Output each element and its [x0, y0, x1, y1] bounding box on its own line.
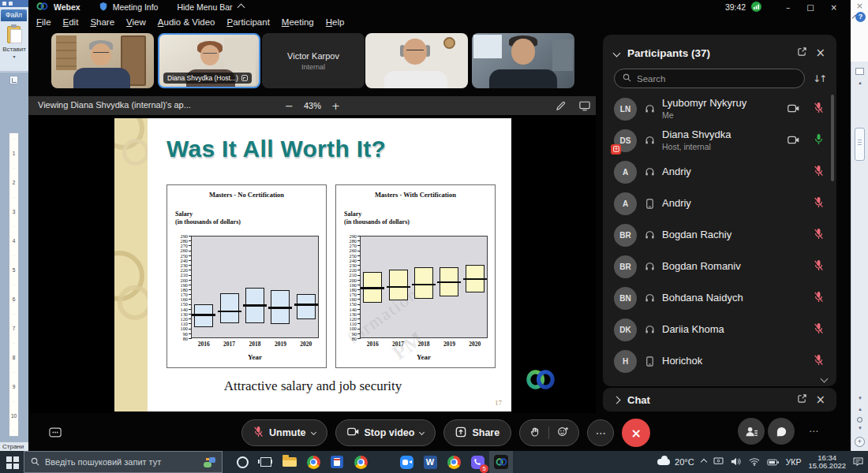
muted-mic-icon[interactable] [814, 102, 824, 117]
active-mic-icon[interactable] [814, 133, 824, 148]
previous-page-icon[interactable]: ▲ [851, 407, 868, 412]
scroll-up-icon[interactable]: ▲ [851, 80, 868, 85]
zoom-in-button[interactable]: + [331, 100, 340, 112]
battery-icon[interactable] [767, 455, 779, 469]
video-tile-diana-shvydka-host[interactable]: Diana Shvydka (Host...) [158, 33, 260, 88]
taskbar-app-webex[interactable] [489, 451, 513, 473]
word-close-icon[interactable]: × [856, 1, 863, 11]
participant-row-andriy[interactable]: AAndriy [603, 188, 836, 219]
wifi-icon[interactable] [749, 455, 760, 469]
stop-video-button[interactable]: Stop video [335, 419, 436, 446]
tray-expand-icon[interactable] [700, 459, 706, 465]
muted-mic-icon[interactable] [814, 196, 824, 211]
sort-icon[interactable]: ↓↑ [813, 73, 825, 84]
muted-mic-icon[interactable] [814, 322, 824, 337]
participant-row-bogdan-romaniv[interactable]: BRBogdan Romaniv [603, 251, 836, 282]
chat-panel-collapsed[interactable]: Chat × [603, 388, 836, 412]
maximize-button[interactable]: □ [801, 3, 819, 12]
close-icon[interactable]: × [815, 394, 825, 406]
scroll-down-icon[interactable]: ▼ [851, 396, 868, 400]
taskbar-app-zoom[interactable] [395, 451, 418, 473]
menu-file[interactable]: File [36, 17, 51, 27]
raise-hand-icon[interactable] [529, 426, 541, 440]
participant-row-lyubomyr-nykyruy[interactable]: LNLyubomyr NykyruyMe [603, 93, 836, 125]
menu-audio-video[interactable]: Audio & Video [158, 17, 215, 27]
display-view-icon[interactable] [579, 100, 590, 114]
chevron-down-icon[interactable] [613, 49, 621, 57]
muted-mic-icon[interactable] [814, 165, 824, 180]
menu-view[interactable]: View [126, 17, 146, 27]
menu-share[interactable]: Share [90, 17, 114, 27]
taskbar-app-cortana[interactable] [230, 451, 254, 473]
language-indicator[interactable]: УКР [786, 457, 802, 467]
zoom-in-icon[interactable]: + [855, 437, 865, 447]
participant-search-input[interactable]: Search [614, 69, 805, 88]
browse-object-icon[interactable] [855, 68, 864, 75]
video-tile-5[interactable] [472, 33, 574, 88]
participants-button[interactable] [738, 418, 765, 445]
emoji-reaction-icon[interactable] [557, 426, 569, 440]
participant-row-andriy[interactable]: AAndriy [603, 156, 836, 188]
camera-icon[interactable] [788, 102, 799, 116]
captions-icon[interactable] [49, 426, 62, 441]
participants-scrollbar[interactable] [831, 95, 834, 221]
chevron-right-icon[interactable] [613, 396, 621, 404]
scrollbar-thumb[interactable] [831, 95, 834, 181]
more-options-button[interactable]: ⋯ [587, 419, 614, 446]
popout-icon[interactable] [797, 393, 807, 407]
speaker-icon[interactable] [731, 455, 742, 469]
unmute-button[interactable]: Unmute [241, 419, 327, 446]
temperature-label[interactable]: 20°C [675, 457, 694, 467]
participant-row-dariia-khoma[interactable]: DKDariia Khoma [603, 314, 836, 345]
chevron-down-icon[interactable] [419, 429, 425, 434]
menu-participant[interactable]: Participant [227, 17, 270, 27]
notification-center-icon[interactable] [853, 455, 863, 469]
hide-menu-bar-label[interactable]: Hide Menu Bar [177, 2, 232, 12]
word-file-tab[interactable]: Файл [1, 9, 27, 21]
muted-mic-icon[interactable] [814, 259, 824, 274]
next-page-icon[interactable]: ▼ [851, 426, 868, 430]
menu-meeting[interactable]: Meeting [282, 17, 314, 27]
muted-mic-icon[interactable] [814, 291, 824, 306]
taskbar-app-task-view[interactable] [254, 451, 278, 473]
taskbar-search[interactable]: Введіть пошуковий запит тут [24, 451, 223, 473]
panel-more-options[interactable]: ⋯ [809, 426, 818, 437]
clock[interactable]: 16:34 15.06.2022 [808, 454, 846, 471]
participant-row-horichok[interactable]: HHorichok [603, 345, 836, 377]
close-icon[interactable]: × [815, 47, 825, 59]
taskbar-app-word[interactable]: W [418, 451, 442, 473]
participant-row-diana-shvydka[interactable]: DSDiana ShvydkaHost, internal [603, 125, 836, 156]
camera-icon[interactable] [788, 133, 799, 147]
meeting-info-label[interactable]: Meeting Info [113, 2, 159, 12]
video-tile-victor-karpov[interactable]: Victor KarpovInternal [262, 33, 365, 88]
scrollbar-thumb[interactable] [855, 128, 865, 161]
help-icon[interactable]: ? [855, 12, 866, 22]
chat-button[interactable] [768, 418, 795, 445]
taskbar-app-media-player[interactable] [325, 451, 349, 473]
menu-edit[interactable]: Edit [63, 17, 79, 27]
taskbar-app-viber[interactable]: 5 [466, 451, 489, 473]
taskbar-app-chrome[interactable] [301, 451, 325, 473]
start-button[interactable] [0, 451, 24, 473]
taskbar-app-browser[interactable] [349, 451, 372, 473]
close-button[interactable]: × [825, 3, 843, 12]
zoom-out-button[interactable]: − [285, 100, 294, 112]
weather-icon[interactable] [657, 459, 670, 465]
leave-meeting-button[interactable]: × [622, 419, 650, 447]
select-browse-object-icon[interactable] [857, 417, 862, 423]
video-tile-4[interactable] [365, 33, 468, 88]
paste-clipboard-icon[interactable] [7, 26, 21, 43]
taskbar-app-chrome-2[interactable] [442, 451, 466, 473]
chevron-down-icon[interactable] [310, 429, 316, 434]
muted-mic-icon[interactable] [814, 228, 824, 243]
paste-dropdown-arrow[interactable]: ▾ [0, 54, 28, 59]
video-tile-1[interactable] [51, 33, 154, 88]
muted-mic-icon[interactable] [814, 354, 824, 369]
taskbar-app-file-explorer[interactable] [278, 451, 301, 473]
participant-row-bohdana-naidych[interactable]: BNBohdana Naidych [603, 282, 836, 314]
participant-row-bogdan-rachiy[interactable]: BRBogdan Rachiy [603, 219, 836, 251]
menu-help[interactable]: Help [326, 17, 345, 27]
share-button[interactable]: Share [443, 419, 511, 446]
annotate-icon[interactable] [556, 100, 566, 114]
minimize-button[interactable]: – [780, 3, 795, 12]
